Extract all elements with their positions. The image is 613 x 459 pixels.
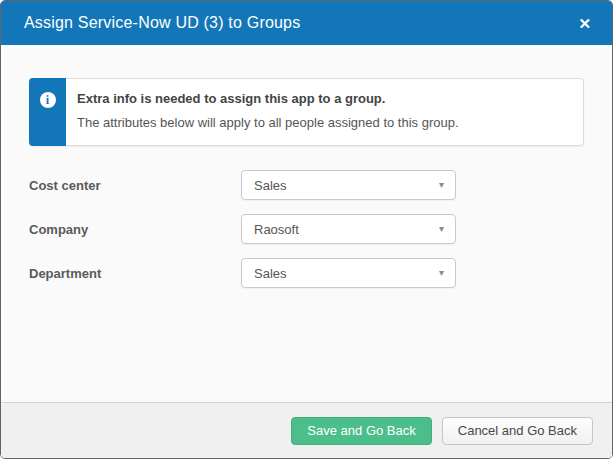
close-icon[interactable]: ✕ [578, 16, 591, 31]
group-attributes-form: Cost center Sales ▾ Company Raosoft ▾ De… [29, 170, 584, 288]
department-value: Sales [254, 266, 287, 281]
info-icon: i [40, 92, 56, 108]
info-banner-title: Extra info is needed to assign this app … [77, 91, 571, 106]
cost-center-label: Cost center [29, 178, 241, 193]
chevron-down-icon: ▾ [439, 180, 444, 190]
info-banner-description: The attributes below will apply to all p… [77, 115, 571, 130]
company-value: Raosoft [254, 222, 299, 237]
cost-center-value: Sales [254, 178, 287, 193]
chevron-down-icon: ▾ [439, 224, 444, 234]
modal-body: i Extra info is needed to assign this ap… [1, 45, 612, 402]
form-row-company: Company Raosoft ▾ [29, 214, 584, 244]
department-dropdown[interactable]: Sales ▾ [241, 258, 456, 288]
modal-header: Assign Service-Now UD (3) to Groups ✕ [1, 1, 612, 45]
cost-center-dropdown[interactable]: Sales ▾ [241, 170, 456, 200]
department-label: Department [29, 266, 241, 281]
cancel-and-go-back-button[interactable]: Cancel and Go Back [442, 417, 593, 445]
chevron-down-icon: ▾ [439, 268, 444, 278]
info-banner: i Extra info is needed to assign this ap… [29, 78, 584, 146]
modal-footer: Save and Go Back Cancel and Go Back [1, 402, 612, 458]
save-and-go-back-button[interactable]: Save and Go Back [291, 417, 431, 445]
modal-title: Assign Service-Now UD (3) to Groups [24, 14, 300, 32]
info-banner-strip: i [29, 78, 66, 146]
form-row-cost-center: Cost center Sales ▾ [29, 170, 584, 200]
info-banner-content: Extra info is needed to assign this app … [66, 78, 584, 146]
form-row-department: Department Sales ▾ [29, 258, 584, 288]
company-label: Company [29, 222, 241, 237]
assign-to-groups-modal: Assign Service-Now UD (3) to Groups ✕ i … [0, 0, 613, 459]
company-dropdown[interactable]: Raosoft ▾ [241, 214, 456, 244]
